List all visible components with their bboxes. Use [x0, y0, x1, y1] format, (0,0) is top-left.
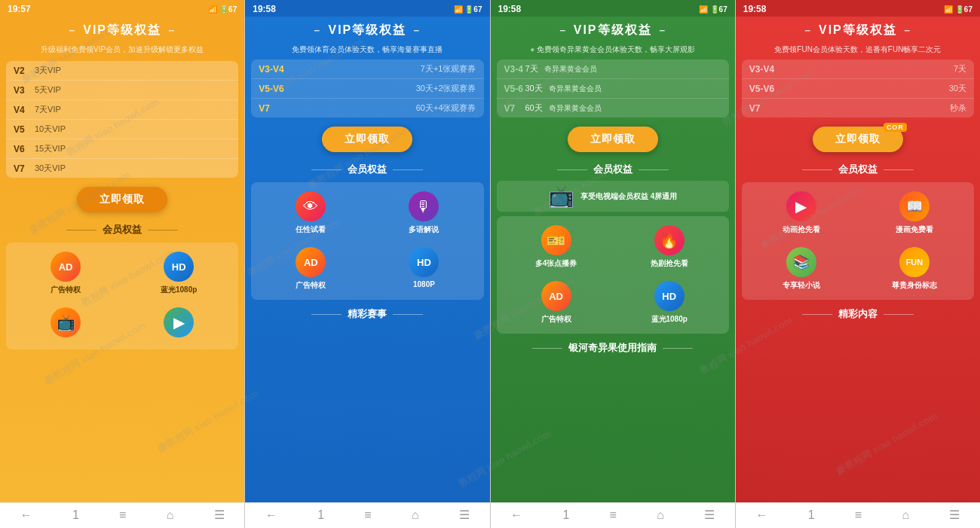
- benefits-title-1: 会员权益: [103, 223, 142, 237]
- ticket-icon-3: 🎫: [541, 225, 571, 255]
- status-icons-2: 📶 🔋67: [454, 5, 482, 14]
- home-icon-1: ⌂: [167, 508, 174, 522]
- benefits-title-3: 会员权益: [593, 163, 632, 176]
- nav-list-1[interactable]: ☰: [214, 508, 225, 522]
- nav-menu-2[interactable]: ≡: [364, 508, 371, 522]
- hd-icon-1: HD: [164, 252, 194, 282]
- nav-page-1[interactable]: 1: [72, 508, 79, 522]
- benefit-hd-1: HD 蓝光1080p: [124, 247, 234, 300]
- status-bar-2: 19:58 📶 🔋67: [245, 0, 489, 17]
- benefit-manga-4: 📖 漫画免费看: [859, 187, 969, 240]
- vip-row-v7-2: V7 60天+4张观赛券: [251, 99, 483, 118]
- nav-list-2[interactable]: ☰: [459, 508, 470, 522]
- nav-back-4[interactable]: ←: [755, 508, 767, 522]
- hot-icon-3: 🔥: [654, 225, 684, 255]
- section-divider-guide-3: 银河奇异果使用指南: [491, 337, 735, 358]
- vip-row-v56-4: V5-V6 30天: [742, 79, 974, 99]
- benefit-label-fun-4: 尊贵身份标志: [892, 280, 937, 291]
- nav-home-2[interactable]: ⌂: [412, 508, 419, 522]
- time-2: 19:58: [253, 4, 276, 14]
- tv-benefit-3: 📺 享受电视端会员权益 4屏通用: [497, 181, 729, 212]
- benefit-label-novel-4: 专享轻小说: [782, 280, 820, 291]
- nav-list-3[interactable]: ☰: [704, 508, 715, 522]
- section-divider-benefits-4: 会员权益: [736, 158, 980, 179]
- vip-header-title-2: VIP等级权益: [328, 23, 406, 38]
- status-icons-3: 📶 🔋67: [699, 5, 727, 14]
- vip-header-2: － VIP等级权益 －: [245, 17, 489, 43]
- status-bar-3: 19:58 📶 🔋67: [491, 0, 735, 17]
- phone-screen-4: 19:58 📶 🔋67 － VIP等级权益 － 免费领FUN会员体验天数，追番有…: [736, 0, 980, 528]
- vip-table-1: V2 3天VIP V3 5天VIP V4 7天VIP V5 10天VIP V6: [6, 61, 238, 178]
- benefit-label-hd-1: 蓝光1080p: [161, 285, 197, 295]
- vip-header-title-4: VIP等级权益: [819, 23, 897, 38]
- nav-home-1[interactable]: ⌂: [167, 508, 174, 522]
- tv-large-icon-3: 📺: [548, 184, 574, 209]
- benefit-ad-1: AD 广告特权: [11, 247, 121, 300]
- line-right-1: [148, 230, 178, 230]
- tv-benefit-label-3: 享受电视端会员权益 4屏通用: [580, 191, 677, 202]
- fun-icon-4: FUN: [899, 247, 929, 277]
- benefit-watch-2: 👁 任性试看: [256, 187, 366, 240]
- vip-header-1: － VIP等级权益 －: [0, 17, 244, 43]
- novel-icon-4: 📚: [786, 247, 816, 277]
- benefits-title-4: 会员权益: [838, 163, 877, 176]
- vip-row-v5: V5 10天VIP: [6, 120, 238, 139]
- benefit-voice-2: 🎙 多语解说: [369, 187, 479, 240]
- status-bar-4: 19:58 📶 🔋67: [736, 0, 980, 17]
- benefit-hd-3: HD 蓝光1080p: [614, 276, 724, 329]
- nav-menu-3[interactable]: ≡: [610, 508, 617, 522]
- benefit-novel-4: 📚 专享轻小说: [746, 243, 856, 295]
- screen-content-2: － VIP等级权益 － 免费领体育会员体验天数，畅享海量赛事直播 V3-V4 7…: [245, 17, 489, 502]
- section-divider-content-4: 精彩内容: [736, 303, 980, 324]
- screen-content-4: － VIP等级权益 － 免费领FUN会员体验天数，追番有FUN畅享二次元 V3-…: [736, 17, 980, 502]
- nav-back-1[interactable]: ←: [20, 508, 32, 522]
- nav-back-2[interactable]: ←: [265, 508, 277, 522]
- benefit-label-watch-2: 任性试看: [296, 224, 326, 235]
- vip-header-title-3: VIP等级权益: [574, 23, 652, 38]
- bottom-nav-1: ← 1 ≡ ⌂ ☰: [0, 502, 244, 528]
- nav-page-4[interactable]: 1: [808, 508, 815, 522]
- hd-icon-2: HD: [409, 247, 439, 277]
- nav-page-2[interactable]: 1: [317, 508, 324, 522]
- vip-row-v3: V3 5天VIP: [6, 81, 238, 100]
- nav-menu-4[interactable]: ≡: [855, 508, 862, 522]
- back-icon-1: ←: [20, 508, 32, 522]
- guide-title-3: 银河奇异果使用指南: [568, 341, 657, 355]
- vip-row-v34-2: V3-V4 7天+1张观赛券: [251, 60, 483, 79]
- nav-list-4[interactable]: ☰: [949, 508, 960, 522]
- voice-icon-2: 🎙: [409, 191, 439, 221]
- nav-home-3[interactable]: ⌂: [657, 508, 664, 522]
- benefits-grid-2: 👁 任性试看 🎙 多语解说 AD 广告特权 HD 1080P: [251, 182, 483, 300]
- benefits-grid-1: AD 广告特权 HD 蓝光1080p 📺 ▶: [6, 243, 238, 349]
- claim-button-1[interactable]: 立即领取: [77, 187, 167, 212]
- claim-button-4[interactable]: 立即领取 COR: [813, 127, 903, 152]
- nav-back-3[interactable]: ←: [510, 508, 522, 522]
- content-title-4: 精彩内容: [838, 307, 877, 321]
- phone-screen-3: 19:58 📶 🔋67 － VIP等级权益 － ● 免费领奇异果黄金会员体验天数…: [491, 0, 736, 528]
- nav-menu-1[interactable]: ≡: [119, 508, 126, 522]
- benefit-play-1: ▶: [124, 303, 234, 345]
- claim-button-2[interactable]: 立即领取: [322, 127, 412, 152]
- list-icon-1: ☰: [214, 508, 225, 522]
- benefit-label-ad-2: 广告特权: [296, 280, 326, 291]
- section-divider-match-2: 精彩赛事: [245, 303, 489, 324]
- vip-row-v34-3: V3-4 7天 奇异果黄金会员: [497, 60, 729, 79]
- notice-4: 免费领FUN会员体验天数，追番有FUN畅享二次元: [736, 43, 980, 56]
- benefit-fun-4: FUN 尊贵身份标志: [859, 243, 969, 295]
- vip-table-3: V3-4 7天 奇异果黄金会员 V5-6 30天 奇异果黄金会员 V7 60天 …: [497, 60, 729, 118]
- line-left-1: [66, 230, 96, 230]
- benefits-grid-3: 🎫 多4张点播券 🔥 热剧抢先看 AD 广告特权 HD 蓝光1080p: [497, 216, 729, 334]
- claim-button-3[interactable]: 立即领取: [568, 127, 658, 152]
- benefit-label-hd-3: 蓝光1080p: [651, 314, 688, 325]
- benefit-hot-3: 🔥 热剧抢先看: [614, 221, 724, 273]
- nav-page-3[interactable]: 1: [562, 508, 569, 522]
- ad-icon-3: AD: [541, 281, 571, 311]
- vip-row-v7-4: V7 秒杀: [742, 99, 974, 118]
- match-title-2: 精彩赛事: [348, 307, 387, 321]
- manga-icon-4: 📖: [899, 191, 929, 221]
- ad-icon-2: AD: [296, 247, 326, 277]
- benefit-label-anime-4: 动画抢先看: [782, 224, 820, 235]
- nav-home-4[interactable]: ⌂: [902, 508, 909, 522]
- status-icons-1: 📶 🔋67: [208, 5, 237, 14]
- vip-row-v4: V4 7天VIP: [6, 100, 238, 120]
